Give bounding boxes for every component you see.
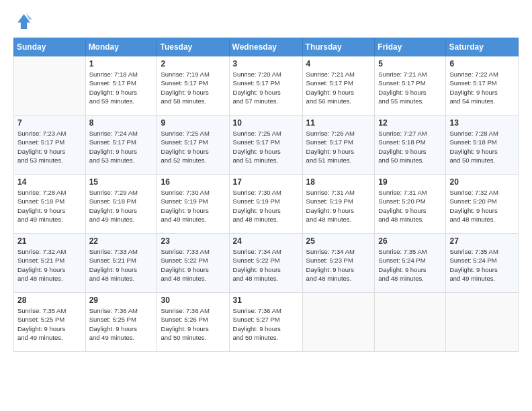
day-info: Sunrise: 7:30 AM Sunset: 5:19 PM Dayligh… bbox=[233, 188, 299, 224]
header bbox=[13, 12, 519, 31]
day-number: 18 bbox=[306, 177, 371, 187]
day-number: 4 bbox=[306, 59, 371, 68]
day-number: 7 bbox=[17, 118, 82, 128]
calendar-day-cell: 7Sunrise: 7:23 AM Sunset: 5:17 PM Daylig… bbox=[14, 116, 86, 175]
day-number: 10 bbox=[233, 118, 299, 128]
calendar-day-cell: 3Sunrise: 7:20 AM Sunset: 5:17 PM Daylig… bbox=[229, 56, 302, 116]
day-number: 2 bbox=[161, 59, 225, 68]
calendar-day-cell: 29Sunrise: 7:36 AM Sunset: 5:25 PM Dayli… bbox=[85, 293, 157, 352]
day-number: 15 bbox=[89, 177, 154, 187]
day-info: Sunrise: 7:28 AM Sunset: 5:18 PM Dayligh… bbox=[17, 188, 82, 224]
calendar-day-cell: 5Sunrise: 7:21 AM Sunset: 5:17 PM Daylig… bbox=[375, 56, 446, 116]
calendar-day-cell bbox=[375, 293, 446, 352]
day-info: Sunrise: 7:31 AM Sunset: 5:20 PM Dayligh… bbox=[378, 188, 442, 224]
calendar-day-cell: 16Sunrise: 7:30 AM Sunset: 5:19 PM Dayli… bbox=[157, 175, 229, 234]
day-info: Sunrise: 7:22 AM Sunset: 5:17 PM Dayligh… bbox=[449, 70, 515, 105]
day-number: 28 bbox=[17, 295, 82, 305]
day-info: Sunrise: 7:27 AM Sunset: 5:18 PM Dayligh… bbox=[378, 129, 442, 165]
day-info: Sunrise: 7:35 AM Sunset: 5:24 PM Dayligh… bbox=[378, 247, 442, 283]
calendar-week-row: 1Sunrise: 7:18 AM Sunset: 5:17 PM Daylig… bbox=[14, 56, 519, 116]
calendar-day-cell: 4Sunrise: 7:21 AM Sunset: 5:17 PM Daylig… bbox=[302, 56, 375, 116]
day-info: Sunrise: 7:28 AM Sunset: 5:18 PM Dayligh… bbox=[449, 129, 515, 165]
calendar-day-cell: 18Sunrise: 7:31 AM Sunset: 5:19 PM Dayli… bbox=[302, 175, 375, 234]
calendar-week-row: 21Sunrise: 7:32 AM Sunset: 5:21 PM Dayli… bbox=[14, 234, 519, 293]
day-info: Sunrise: 7:21 AM Sunset: 5:17 PM Dayligh… bbox=[378, 70, 442, 105]
calendar-day-cell bbox=[446, 293, 519, 352]
calendar-table: SundayMondayTuesdayWednesdayThursdayFrid… bbox=[13, 38, 519, 352]
day-number: 20 bbox=[449, 177, 515, 187]
day-number: 6 bbox=[449, 59, 515, 68]
calendar-day-cell: 25Sunrise: 7:34 AM Sunset: 5:23 PM Dayli… bbox=[302, 234, 375, 293]
calendar-day-cell: 14Sunrise: 7:28 AM Sunset: 5:18 PM Dayli… bbox=[14, 175, 86, 234]
day-number: 19 bbox=[378, 177, 442, 187]
weekday-header-monday: Monday bbox=[85, 38, 157, 56]
calendar-day-cell: 8Sunrise: 7:24 AM Sunset: 5:17 PM Daylig… bbox=[85, 116, 157, 175]
calendar-day-cell: 22Sunrise: 7:33 AM Sunset: 5:21 PM Dayli… bbox=[85, 234, 157, 293]
day-info: Sunrise: 7:24 AM Sunset: 5:17 PM Dayligh… bbox=[89, 129, 154, 165]
day-number: 1 bbox=[89, 59, 154, 68]
day-number: 11 bbox=[306, 118, 371, 128]
day-number: 8 bbox=[89, 118, 154, 128]
logo-icon bbox=[13, 12, 32, 31]
day-info: Sunrise: 7:31 AM Sunset: 5:19 PM Dayligh… bbox=[306, 188, 371, 224]
calendar-day-cell bbox=[14, 56, 86, 116]
calendar-day-cell: 2Sunrise: 7:19 AM Sunset: 5:17 PM Daylig… bbox=[157, 56, 229, 116]
day-number: 21 bbox=[17, 236, 82, 246]
day-info: Sunrise: 7:33 AM Sunset: 5:22 PM Dayligh… bbox=[161, 247, 225, 283]
calendar-day-cell: 31Sunrise: 7:36 AM Sunset: 5:27 PM Dayli… bbox=[229, 293, 302, 352]
day-number: 12 bbox=[378, 118, 442, 128]
calendar-day-cell: 1Sunrise: 7:18 AM Sunset: 5:17 PM Daylig… bbox=[85, 56, 157, 116]
calendar-week-row: 7Sunrise: 7:23 AM Sunset: 5:17 PM Daylig… bbox=[14, 116, 519, 175]
calendar-day-cell: 6Sunrise: 7:22 AM Sunset: 5:17 PM Daylig… bbox=[446, 56, 519, 116]
day-info: Sunrise: 7:23 AM Sunset: 5:17 PM Dayligh… bbox=[17, 129, 82, 165]
day-number: 14 bbox=[17, 177, 82, 187]
calendar-day-cell: 10Sunrise: 7:25 AM Sunset: 5:17 PM Dayli… bbox=[229, 116, 302, 175]
day-info: Sunrise: 7:30 AM Sunset: 5:19 PM Dayligh… bbox=[161, 188, 225, 224]
day-number: 9 bbox=[161, 118, 225, 128]
calendar-day-cell: 15Sunrise: 7:29 AM Sunset: 5:18 PM Dayli… bbox=[85, 175, 157, 234]
day-info: Sunrise: 7:34 AM Sunset: 5:23 PM Dayligh… bbox=[306, 247, 371, 283]
day-info: Sunrise: 7:25 AM Sunset: 5:17 PM Dayligh… bbox=[161, 129, 225, 165]
page: SundayMondayTuesdayWednesdayThursdayFrid… bbox=[0, 0, 532, 411]
day-number: 3 bbox=[233, 59, 299, 68]
weekday-header-wednesday: Wednesday bbox=[229, 38, 302, 56]
day-number: 25 bbox=[306, 236, 371, 246]
day-number: 5 bbox=[378, 59, 442, 68]
day-info: Sunrise: 7:25 AM Sunset: 5:17 PM Dayligh… bbox=[233, 129, 299, 165]
day-info: Sunrise: 7:26 AM Sunset: 5:17 PM Dayligh… bbox=[306, 129, 371, 165]
day-info: Sunrise: 7:19 AM Sunset: 5:17 PM Dayligh… bbox=[161, 70, 225, 105]
calendar-day-cell: 26Sunrise: 7:35 AM Sunset: 5:24 PM Dayli… bbox=[375, 234, 446, 293]
calendar-header-row: SundayMondayTuesdayWednesdayThursdayFrid… bbox=[14, 38, 519, 56]
day-number: 30 bbox=[161, 295, 225, 305]
day-info: Sunrise: 7:32 AM Sunset: 5:21 PM Dayligh… bbox=[17, 247, 82, 283]
day-info: Sunrise: 7:34 AM Sunset: 5:22 PM Dayligh… bbox=[233, 247, 299, 283]
day-number: 31 bbox=[233, 295, 299, 305]
day-info: Sunrise: 7:35 AM Sunset: 5:25 PM Dayligh… bbox=[17, 306, 82, 342]
calendar-day-cell: 23Sunrise: 7:33 AM Sunset: 5:22 PM Dayli… bbox=[157, 234, 229, 293]
day-number: 26 bbox=[378, 236, 442, 246]
calendar-day-cell bbox=[302, 293, 375, 352]
calendar-week-row: 28Sunrise: 7:35 AM Sunset: 5:25 PM Dayli… bbox=[14, 293, 519, 352]
day-info: Sunrise: 7:29 AM Sunset: 5:18 PM Dayligh… bbox=[89, 188, 154, 224]
day-info: Sunrise: 7:33 AM Sunset: 5:21 PM Dayligh… bbox=[89, 247, 154, 283]
calendar-day-cell: 19Sunrise: 7:31 AM Sunset: 5:20 PM Dayli… bbox=[375, 175, 446, 234]
calendar-week-row: 14Sunrise: 7:28 AM Sunset: 5:18 PM Dayli… bbox=[14, 175, 519, 234]
day-number: 29 bbox=[89, 295, 154, 305]
calendar-day-cell: 9Sunrise: 7:25 AM Sunset: 5:17 PM Daylig… bbox=[157, 116, 229, 175]
day-info: Sunrise: 7:36 AM Sunset: 5:27 PM Dayligh… bbox=[233, 306, 299, 342]
logo bbox=[13, 12, 35, 31]
day-number: 22 bbox=[89, 236, 154, 246]
calendar-day-cell: 30Sunrise: 7:36 AM Sunset: 5:26 PM Dayli… bbox=[157, 293, 229, 352]
day-info: Sunrise: 7:21 AM Sunset: 5:17 PM Dayligh… bbox=[306, 70, 371, 105]
day-number: 27 bbox=[449, 236, 515, 246]
day-number: 24 bbox=[233, 236, 299, 246]
day-number: 23 bbox=[161, 236, 225, 246]
weekday-header-sunday: Sunday bbox=[14, 38, 86, 56]
day-info: Sunrise: 7:18 AM Sunset: 5:17 PM Dayligh… bbox=[89, 70, 154, 105]
weekday-header-friday: Friday bbox=[375, 38, 446, 56]
day-info: Sunrise: 7:32 AM Sunset: 5:20 PM Dayligh… bbox=[449, 188, 515, 224]
calendar-day-cell: 12Sunrise: 7:27 AM Sunset: 5:18 PM Dayli… bbox=[375, 116, 446, 175]
day-number: 17 bbox=[233, 177, 299, 187]
calendar-day-cell: 27Sunrise: 7:35 AM Sunset: 5:24 PM Dayli… bbox=[446, 234, 519, 293]
day-info: Sunrise: 7:36 AM Sunset: 5:26 PM Dayligh… bbox=[161, 306, 225, 342]
